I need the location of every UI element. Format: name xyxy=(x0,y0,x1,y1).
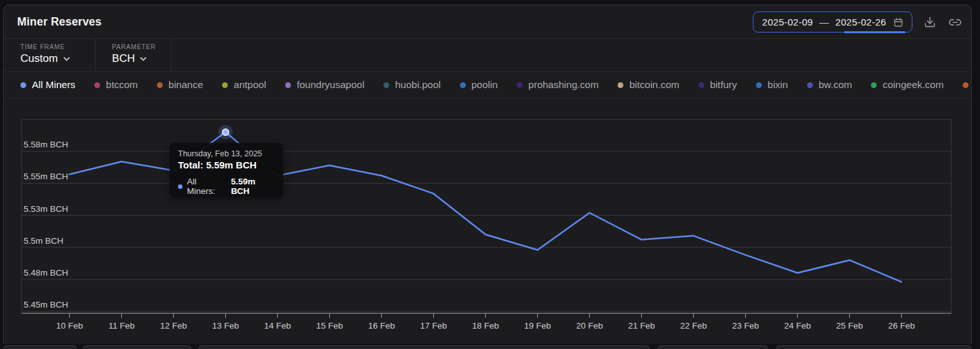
legend-dot-icon xyxy=(94,82,100,88)
legend-dot-icon xyxy=(222,82,228,88)
legend-item-huobi-pool[interactable]: huobi.pool xyxy=(383,79,441,91)
legend-item-coingeek-com[interactable]: coingeek.com xyxy=(871,79,944,91)
y-axis-label: 5.55m BCH xyxy=(24,172,68,181)
legend-item-binance[interactable]: binance xyxy=(157,79,203,91)
x-axis-label: 13 Feb xyxy=(212,321,239,330)
control-label: TIME FRAME xyxy=(20,43,71,50)
legend-dot-icon xyxy=(20,82,26,88)
y-axis-label: 5.5m BCH xyxy=(24,236,63,246)
next-card-top xyxy=(83,345,191,349)
x-axis-label: 22 Feb xyxy=(680,321,707,330)
chart-tooltip: Thursday, Feb 13, 2025 Total: 5.59m BCH … xyxy=(170,143,283,197)
legend-label: huobi.pool xyxy=(395,79,441,91)
legend-label: bitcoin.com xyxy=(629,79,679,91)
legend-dot-icon xyxy=(285,82,291,88)
legend-dot-icon xyxy=(460,82,466,88)
legend-item-antpool[interactable]: antpool xyxy=(222,79,266,91)
control-value[interactable]: BCH xyxy=(112,52,156,65)
legend-item-sbi-crypto[interactable]: sbi crypto xyxy=(963,79,971,91)
next-card-top xyxy=(776,345,972,349)
legend-label: btccom xyxy=(106,79,138,91)
date-start[interactable]: 2025-02-09 xyxy=(762,17,813,27)
legend-item-prohashing-com[interactable]: prohashing.com xyxy=(517,79,598,91)
date-range-picker[interactable]: 2025-02-09 — 2025-02-26 xyxy=(753,11,912,33)
legend-item-bw-com[interactable]: bw.com xyxy=(807,79,852,91)
active-date-underline xyxy=(844,31,905,33)
legend-label: binance xyxy=(168,79,203,91)
legend-label: bitfury xyxy=(710,79,737,91)
control-value[interactable]: Custom xyxy=(20,52,71,65)
legend-dot-icon xyxy=(871,82,877,88)
control-parameter[interactable]: PARAMETERBCH xyxy=(96,39,172,71)
link-icon xyxy=(949,16,961,29)
y-axis-label: 5.53m BCH xyxy=(24,204,68,214)
x-axis-label: 18 Feb xyxy=(472,321,499,330)
series-bullet-icon xyxy=(178,184,182,189)
next-card-top xyxy=(657,345,768,349)
legend-item-bitfury[interactable]: bitfury xyxy=(699,79,737,91)
miner-reserves-card: Miner Reserves 2025-02-09 — 2025-02-26 xyxy=(3,4,972,344)
x-axis-label: 11 Feb xyxy=(108,321,135,330)
hover-marker[interactable] xyxy=(223,129,229,135)
legend-item-bitcoin-com[interactable]: bitcoin.com xyxy=(618,79,679,91)
y-axis-label: 5.48m BCH xyxy=(24,268,68,278)
x-axis-label: 17 Feb xyxy=(420,321,447,330)
header-actions: 2025-02-09 — 2025-02-26 xyxy=(753,5,963,39)
date-separator: — xyxy=(819,17,829,27)
legend-dot-icon xyxy=(963,82,969,88)
legend-label: antpool xyxy=(234,79,266,91)
legend-item-foundryusapool[interactable]: foundryusapool xyxy=(285,79,364,91)
x-axis-label: 21 Feb xyxy=(628,321,655,330)
page-title: Miner Reserves xyxy=(17,15,101,29)
legend-dot-icon xyxy=(157,82,163,88)
tooltip-date: Thursday, Feb 13, 2025 xyxy=(178,149,276,158)
tooltip-series-row: All Miners: 5.59m BCH xyxy=(178,177,276,196)
legend-label: poolin xyxy=(471,79,498,91)
x-axis-label: 26 Feb xyxy=(888,321,915,330)
legend-label: bw.com xyxy=(819,79,852,91)
next-card-top xyxy=(198,345,650,349)
x-axis-label: 12 Feb xyxy=(160,321,187,330)
legend-dot-icon xyxy=(517,82,523,88)
card-header: Miner Reserves 2025-02-09 — 2025-02-26 xyxy=(4,5,971,39)
legend-label: bixin xyxy=(768,79,788,91)
date-end[interactable]: 2025-02-26 xyxy=(835,17,886,27)
y-axis-label: 5.45m BCH xyxy=(24,300,68,309)
legend-item-poolin[interactable]: poolin xyxy=(460,79,498,91)
download-icon xyxy=(924,16,936,28)
tooltip-series-name: All Miners: xyxy=(187,177,226,196)
next-row-cards-edge xyxy=(0,345,980,349)
x-axis-label: 24 Feb xyxy=(784,321,811,330)
legend-dot-icon xyxy=(807,82,813,88)
chart-area[interactable]: 5.58m BCH5.55m BCH5.53m BCH5.5m BCH5.48m… xyxy=(4,94,972,344)
legend-dot-icon xyxy=(618,82,623,88)
line-chart[interactable]: 5.58m BCH5.55m BCH5.53m BCH5.5m BCH5.48m… xyxy=(4,94,972,344)
legend-item-all-miners[interactable]: All Miners xyxy=(20,79,75,91)
legend-dot-icon xyxy=(699,82,704,88)
legend-label: foundryusapool xyxy=(297,79,364,91)
control-label: PARAMETER xyxy=(112,43,156,50)
legend-label: coingeek.com xyxy=(882,79,944,91)
x-axis-label: 20 Feb xyxy=(576,321,603,330)
x-axis-label: 19 Feb xyxy=(524,321,551,330)
x-axis-label: 10 Feb xyxy=(56,321,83,330)
tooltip-series-value: 5.59m BCH xyxy=(231,177,276,196)
next-card-top xyxy=(3,345,77,349)
legend-item-btccom[interactable]: btccom xyxy=(94,79,138,91)
download-button[interactable] xyxy=(921,14,938,31)
chevron-down-icon xyxy=(63,55,71,63)
tooltip-total: Total: 5.59m BCH xyxy=(178,160,276,170)
legend-item-bixin[interactable]: bixin xyxy=(756,79,788,91)
calendar-icon[interactable] xyxy=(893,17,904,28)
x-axis-label: 23 Feb xyxy=(732,321,759,330)
legend-dot-icon xyxy=(383,82,389,88)
legend-label: All Miners xyxy=(32,79,75,91)
share-link-button[interactable] xyxy=(947,14,963,31)
y-axis-label: 5.58m BCH xyxy=(24,140,68,149)
control-time-frame[interactable]: TIME FRAMECustom xyxy=(4,39,96,71)
x-axis-label: 14 Feb xyxy=(264,321,291,330)
x-axis-label: 15 Feb xyxy=(316,321,343,330)
legend-label: prohashing.com xyxy=(528,79,598,91)
controls-row: TIME FRAMECustomPARAMETERBCH xyxy=(4,39,971,72)
x-axis-label: 16 Feb xyxy=(368,321,395,330)
